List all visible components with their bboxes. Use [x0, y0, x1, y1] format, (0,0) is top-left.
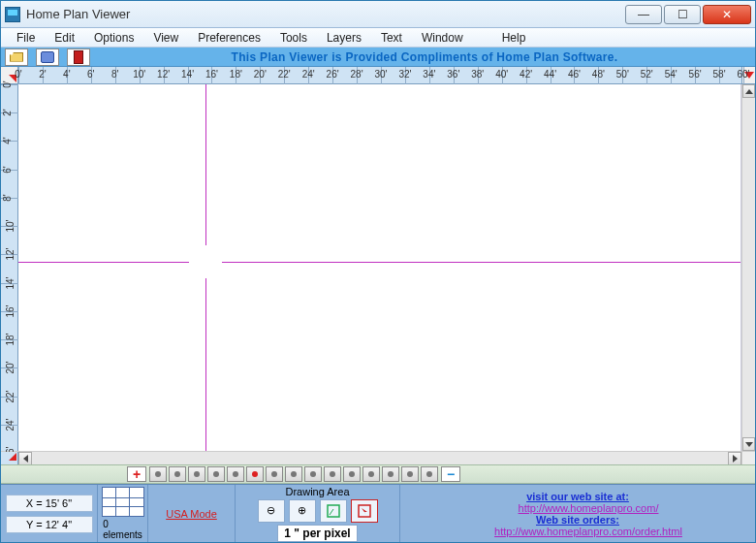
menu-options[interactable]: Options	[84, 31, 143, 45]
corner-marker-icon	[9, 453, 16, 461]
app-info-button[interactable]	[67, 48, 90, 66]
scroll-down-button[interactable]	[742, 437, 755, 451]
minimize-button[interactable]: —	[625, 5, 662, 24]
app-window: Home Plan Viewer — ☐ ✕ File Edit Options…	[0, 0, 756, 543]
horizontal-scrollbar[interactable]	[18, 452, 741, 464]
layer-dot-icon	[426, 471, 432, 477]
open-button[interactable]	[5, 48, 28, 66]
element-count: 0 elements	[103, 519, 142, 540]
status-bar: X = 15' 6" Y = 12' 4" 0 elements USA Mod…	[1, 484, 755, 542]
drawing-area-panel: Drawing Area ⊖ ⊕ 1 " per pixel	[236, 485, 400, 542]
zoom-out-button[interactable]: ⊖	[258, 499, 285, 523]
mode-link[interactable]: USA Mode	[166, 508, 217, 520]
visit-link[interactable]: http://www.homeplanpro.com/	[519, 502, 659, 514]
layer-slot[interactable]	[324, 466, 341, 482]
layer-slot[interactable]	[169, 466, 186, 482]
layer-dot-icon	[233, 471, 238, 477]
layer-dot-icon	[291, 471, 297, 477]
window-icon	[326, 503, 341, 519]
banner-message: This Plan Viewer is Provided Compliments…	[94, 50, 755, 64]
print-button[interactable]	[36, 48, 59, 66]
chevron-left-icon	[23, 455, 28, 463]
app-badge-icon	[74, 50, 83, 64]
ruler-bottom-corner[interactable]	[1, 452, 18, 464]
menu-file[interactable]: File	[7, 31, 45, 45]
app-icon	[5, 7, 20, 22]
layer-slot[interactable]	[227, 466, 244, 482]
menu-layers[interactable]: Layers	[317, 31, 371, 45]
stage-row: 0'2'4'6'8'10'12'14'16'18'20'22'24'26'	[1, 84, 755, 451]
chevron-down-icon	[745, 442, 753, 447]
layer-slot[interactable]	[421, 466, 438, 482]
titlebar[interactable]: Home Plan Viewer — ☐ ✕	[1, 1, 755, 28]
menu-help[interactable]: Help	[492, 31, 536, 45]
layer-slot[interactable]	[207, 466, 225, 482]
layer-dot-icon	[155, 471, 161, 477]
chevron-right-icon	[733, 455, 738, 463]
layer-slot[interactable]	[246, 466, 264, 482]
menubar: File Edit Options View Preferences Tools…	[1, 28, 755, 48]
drawing-canvas[interactable]	[18, 84, 741, 451]
cursor-icon	[357, 503, 372, 519]
horizontal-ruler[interactable]: 0'2'4'6'8'10'12'14'16'18'20'22'24'26'28'…	[18, 67, 741, 83]
layer-slot[interactable]	[362, 466, 380, 482]
visit-label: visit our web site at:	[526, 491, 629, 502]
close-button[interactable]: ✕	[703, 5, 751, 24]
thumbnail-panel: 0 elements	[98, 485, 148, 542]
vertical-scrollbar[interactable]	[741, 84, 755, 451]
toolbar-banner: This Plan Viewer is Provided Compliments…	[1, 48, 755, 67]
scroll-left-button[interactable]	[18, 452, 32, 465]
menu-tools[interactable]: Tools	[270, 31, 317, 45]
maximize-button[interactable]: ☐	[664, 5, 701, 24]
layer-dot-icon	[349, 471, 355, 477]
scale-readout: 1 " per pixel	[277, 525, 357, 542]
layer-dot-icon	[213, 471, 219, 477]
menu-text[interactable]: Text	[371, 31, 412, 45]
layer-dot-icon	[368, 471, 374, 477]
add-layer-button[interactable]: +	[127, 466, 146, 482]
menu-edit[interactable]: Edit	[45, 31, 84, 45]
links-panel: visit our web site at: http://www.homepl…	[400, 485, 755, 542]
vertical-ruler[interactable]: 0'2'4'6'8'10'12'14'16'18'20'22'24'26'	[1, 84, 18, 451]
layer-dot-icon	[330, 471, 335, 477]
scroll-up-button[interactable]	[742, 84, 755, 98]
layer-dot-icon	[388, 471, 394, 477]
remove-layer-button[interactable]: −	[441, 466, 460, 482]
window-title: Home Plan Viewer	[26, 7, 625, 21]
layer-slot[interactable]	[343, 466, 361, 482]
cursor-guide-horizontal	[18, 262, 740, 263]
layer-dot-icon	[174, 471, 180, 477]
layer-slot[interactable]	[401, 466, 419, 482]
mode-panel: USA Mode	[148, 485, 236, 542]
order-link[interactable]: http://www.homeplanpro.com/order.html	[494, 526, 682, 537]
layer-slot[interactable]	[266, 466, 283, 482]
layer-dot-icon	[194, 471, 200, 477]
layer-slot[interactable]	[285, 466, 302, 482]
layer-dot-icon	[407, 471, 413, 477]
scroll-corner	[741, 452, 755, 464]
drawing-area-label: Drawing Area	[285, 486, 349, 497]
svg-rect-0	[328, 505, 339, 517]
layer-dot-icon	[310, 471, 316, 477]
cursor-gap-v	[205, 245, 207, 278]
chevron-up-icon	[745, 89, 753, 94]
horizontal-scroll-row	[1, 451, 755, 464]
fit-window-button[interactable]	[320, 499, 347, 523]
select-area-button[interactable]	[351, 499, 378, 523]
printer-icon	[41, 51, 54, 63]
layer-slot[interactable]	[149, 466, 167, 482]
order-label: Web site orders:	[536, 514, 619, 526]
layer-slot[interactable]	[188, 466, 205, 482]
menu-window[interactable]: Window	[412, 31, 473, 45]
menu-preferences[interactable]: Preferences	[188, 31, 270, 45]
hscroll-track[interactable]	[32, 452, 728, 464]
thumbnail-grid[interactable]	[102, 487, 144, 517]
menu-view[interactable]: View	[143, 31, 188, 45]
folder-icon	[10, 52, 23, 62]
layer-slot[interactable]	[382, 466, 399, 482]
coordinates-panel: X = 15' 6" Y = 12' 4"	[1, 485, 98, 542]
vscroll-track[interactable]	[742, 98, 755, 437]
scroll-right-button[interactable]	[728, 452, 741, 465]
layer-slot[interactable]	[304, 466, 322, 482]
zoom-target-button[interactable]: ⊕	[289, 499, 316, 523]
